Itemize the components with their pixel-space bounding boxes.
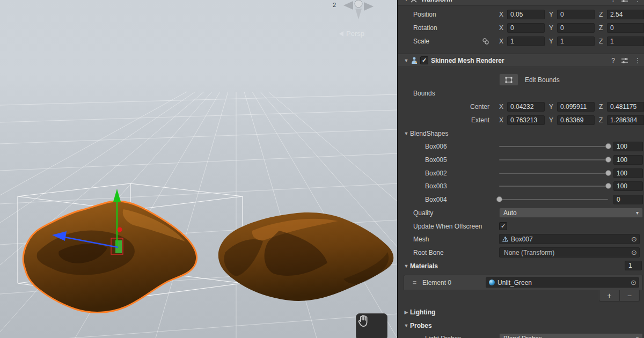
- update-when-offscreen-checkbox[interactable]: ✓: [499, 222, 507, 230]
- hand-icon: [356, 314, 371, 328]
- probes-foldout[interactable]: ▼ Probes: [398, 319, 644, 332]
- blendshape-slider[interactable]: [499, 168, 608, 178]
- scene-view[interactable]: 2 Persp: [0, 0, 397, 338]
- transform-title: Transform: [421, 0, 452, 3]
- axis-cone-right: [364, 2, 374, 11]
- quality-dropdown[interactable]: Auto ▾: [499, 208, 643, 218]
- transform-header[interactable]: ▼ Transform ? ⋮: [398, 0, 644, 6]
- component-title: Skinned Mesh Renderer: [431, 57, 504, 64]
- object-picker-icon[interactable]: ⊙: [631, 279, 636, 286]
- foldout-icon[interactable]: ▼: [402, 0, 410, 2]
- position-z-field[interactable]: 2.54: [607, 10, 644, 19]
- remove-element-button[interactable]: −: [619, 290, 640, 301]
- orientation-gizmo[interactable]: 2: [332, 0, 383, 26]
- component-enabled-checkbox[interactable]: ✓: [420, 56, 428, 64]
- more-icon[interactable]: ⋮: [634, 57, 641, 64]
- scene-canvas[interactable]: [0, 0, 397, 338]
- foldout-icon[interactable]: ▼: [402, 323, 410, 328]
- mesh-left-selected[interactable]: [23, 201, 196, 312]
- mesh-value: Box007: [511, 236, 631, 243]
- perspective-toggle[interactable]: Persp: [339, 30, 364, 38]
- axis-y-label: Y: [549, 38, 555, 45]
- blendshapes-label: BlendShapes: [410, 130, 448, 137]
- object-picker-icon[interactable]: ⊙: [631, 236, 637, 243]
- mesh-object-field[interactable]: Box007 ⊙: [499, 234, 640, 244]
- axis-z-label: Z: [599, 11, 605, 18]
- blendshape-value-field[interactable]: 100: [613, 155, 643, 165]
- blendshape-name: Box003: [398, 182, 489, 190]
- foldout-icon[interactable]: ▼: [402, 58, 410, 63]
- extent-x-field[interactable]: 0.763213: [507, 115, 545, 125]
- axis-y-label: Y: [549, 11, 555, 18]
- position-y-field[interactable]: 0: [557, 10, 595, 19]
- materials-foldout[interactable]: ▼ Materials 1: [398, 259, 644, 273]
- blendshape-value-field[interactable]: 0: [613, 195, 643, 204]
- material-element-row[interactable]: = Element 0 Unlit_Green ⊙: [404, 275, 643, 290]
- mesh-label: Mesh: [398, 236, 489, 243]
- skinned-mesh-renderer-header[interactable]: ▼ ✓ Skinned Mesh Renderer ? ⋮: [398, 54, 644, 67]
- scale-y-field[interactable]: 1: [557, 36, 595, 46]
- edit-bounds-button[interactable]: [499, 74, 518, 86]
- axis-z-label: Z: [599, 24, 605, 32]
- blendshapes-foldout[interactable]: ▼ BlendShapes: [398, 127, 644, 140]
- slider-handle[interactable]: [605, 170, 611, 176]
- element0-label: Element 0: [422, 279, 486, 286]
- constrain-proportions-icon[interactable]: [480, 38, 489, 45]
- root-bone-object-field[interactable]: None (Transform) ⊙: [499, 247, 640, 258]
- help-icon[interactable]: ?: [611, 0, 615, 3]
- update-when-offscreen-row: Update When Offscreen ✓: [398, 219, 644, 233]
- skinned-mesh-renderer-icon: [410, 56, 419, 65]
- blendshape-slider[interactable]: [499, 142, 608, 151]
- extent-z-field[interactable]: 1.286384: [607, 115, 644, 125]
- foldout-icon[interactable]: ▼: [402, 263, 410, 269]
- slider-handle[interactable]: [605, 157, 611, 163]
- position-row: Position X 0.05 Y 0 Z 2.54: [398, 8, 644, 21]
- light-probes-dropdown[interactable]: Blend Probes ▾: [499, 333, 643, 338]
- blendshape-slider[interactable]: [499, 155, 608, 165]
- blendshape-value-field[interactable]: 100: [613, 168, 643, 178]
- materials-size-field[interactable]: 1: [625, 261, 642, 270]
- object-picker-icon[interactable]: ⊙: [631, 249, 637, 256]
- center-x-field[interactable]: 0.04232: [507, 102, 545, 112]
- light-probes-value: Blend Probes: [503, 335, 636, 338]
- axis-x-label: X: [499, 116, 506, 124]
- scale-row: Scale X 1 Y 1 Z 1: [398, 34, 644, 48]
- hand-tool-button[interactable]: [356, 313, 387, 338]
- slider-handle[interactable]: [496, 196, 502, 202]
- scale-x-field[interactable]: 1: [507, 36, 545, 46]
- add-element-button[interactable]: +: [599, 290, 619, 301]
- help-icon[interactable]: ?: [611, 57, 615, 64]
- position-label: Position: [398, 11, 489, 18]
- center-z-field[interactable]: 0.481175: [607, 102, 644, 112]
- scale-z-field[interactable]: 1: [607, 36, 644, 46]
- position-x-field[interactable]: 0.05: [507, 10, 545, 19]
- bounds-label: Bounds: [398, 90, 489, 97]
- lighting-foldout[interactable]: ▶ Lighting: [398, 305, 644, 319]
- presets-icon[interactable]: [621, 57, 628, 64]
- material-icon: [488, 279, 495, 286]
- drag-handle-icon[interactable]: =: [404, 279, 422, 286]
- blendshape-slider[interactable]: [499, 181, 608, 191]
- axis-z-label: Z: [599, 38, 605, 45]
- axis-cone-left: [343, 1, 353, 10]
- foldout-icon[interactable]: ▼: [402, 131, 410, 136]
- bounds-extent-row: Extent X 0.763213 Y 0.63369 Z 1.286384: [398, 113, 644, 127]
- rotation-y-field[interactable]: 0: [557, 23, 595, 33]
- quality-row: Quality Auto ▾: [398, 206, 644, 219]
- center-y-field[interactable]: 0.095911: [557, 102, 595, 112]
- slider-handle[interactable]: [605, 143, 611, 149]
- blendshape-value-field[interactable]: 100: [613, 181, 643, 191]
- extent-y-field[interactable]: 0.63369: [557, 115, 595, 125]
- material-object-field[interactable]: Unlit_Green ⊙: [486, 277, 639, 288]
- material-list-footer: + −: [599, 290, 640, 302]
- slider-handle[interactable]: [605, 183, 611, 189]
- blendshape-row-box003: Box003 100: [398, 179, 644, 193]
- rotation-z-field[interactable]: 0: [607, 23, 644, 33]
- more-icon[interactable]: ⋮: [634, 0, 641, 3]
- presets-icon[interactable]: [621, 0, 628, 3]
- rotation-x-field[interactable]: 0: [507, 23, 545, 33]
- foldout-icon[interactable]: ▶: [402, 310, 410, 315]
- axis-y-label: Y: [549, 103, 555, 111]
- blendshape-slider[interactable]: [499, 195, 608, 204]
- blendshape-value-field[interactable]: 100: [613, 142, 643, 151]
